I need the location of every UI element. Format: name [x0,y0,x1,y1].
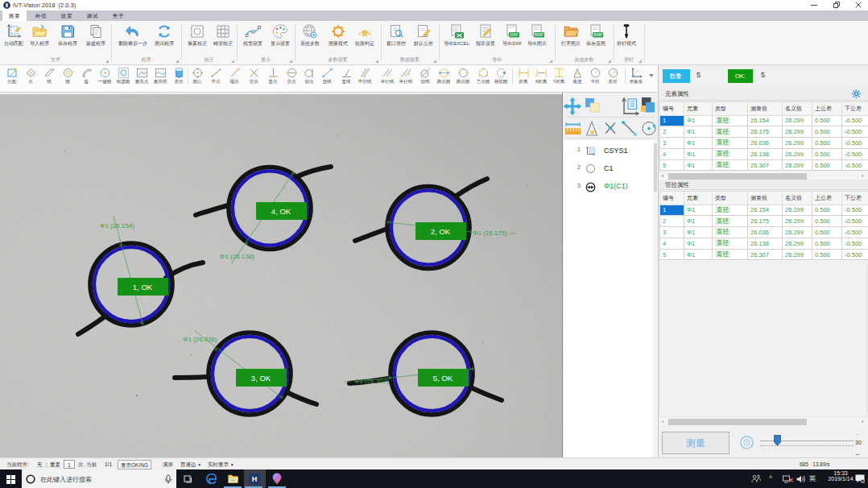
svg-text:Φ1 (26.307): Φ1 (26.307) [354,378,389,385]
svg-text:Φ1 (26.138): Φ1 (26.138) [220,253,254,260]
svg-text:BMP: BMP [535,32,544,37]
svg-text:4, OK: 4, OK [271,207,291,216]
svg-text:Φ1 (26.154): Φ1 (26.154) [100,222,134,230]
svg-text:Φ1 (26.175): Φ1 (26.175) [473,230,507,237]
svg-text:3, OK: 3, OK [251,374,271,383]
svg-text:DXF: DXF [510,32,519,37]
svg-text:1, OK: 1, OK [133,283,153,292]
svg-text:2, OK: 2, OK [431,227,451,236]
svg-text:5, OK: 5, OK [433,374,453,383]
svg-text:BMP: BMP [593,32,603,37]
svg-text:Φ1 (26.036): Φ1 (26.036) [183,336,217,343]
